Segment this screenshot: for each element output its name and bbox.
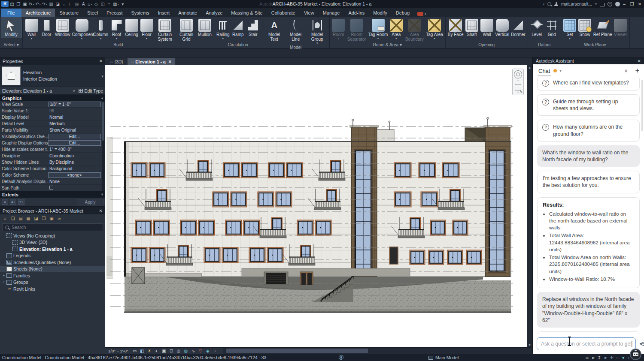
selection-icon[interactable]: ❏ <box>10 216 16 221</box>
expand-section-icon[interactable]: ▾ <box>101 193 103 196</box>
property-value[interactable]: 1/8" = 1'-0" <box>48 102 101 107</box>
prompt-card[interactable]: ?Where can I find view templates? <box>537 75 640 90</box>
ribbon-tab-add-ins[interactable]: Add-Ins <box>344 9 369 17</box>
prompt-card[interactable]: ?How many columns are on the ground floo… <box>537 120 640 141</box>
detail-level-icon[interactable]: ▭ <box>131 349 138 353</box>
level-button[interactable]: Level <box>529 18 544 38</box>
crop-view-icon[interactable]: ▣ <box>160 349 167 353</box>
sort-asc-icon[interactable]: A↓ <box>10 199 16 205</box>
ramp-button[interactable]: Ramp <box>231 18 246 38</box>
drag-elements-icon[interactable]: ✛ <box>610 355 613 360</box>
scroll-thumb[interactable] <box>226 349 368 353</box>
property-value[interactable]: <none> <box>48 172 101 178</box>
grid-button[interactable]: Grid <box>544 18 559 38</box>
shadows-icon[interactable]: ◐ <box>153 349 160 353</box>
save-icon[interactable]: ▣ <box>22 1 28 7</box>
assistant-input[interactable]: Ask a question or select a prompt to get <box>537 337 636 350</box>
drawing-viewport[interactable]: ▾ ▾ ▲ ▼ <box>105 65 532 347</box>
instance-caret-icon[interactable]: ∨ <box>73 89 76 93</box>
tree-item-sheets-none-[interactable]: Sheets (None) <box>0 266 105 273</box>
switch-windows-icon[interactable]: ▦▾ <box>112 1 119 7</box>
view-scale-control[interactable]: 1/8" = 1'-0" <box>105 349 131 353</box>
ribbon-tab-modify[interactable]: Modify <box>369 9 391 17</box>
view-tab--3d-[interactable]: ⌂{3D} <box>106 58 127 65</box>
tree-item-3d-view-3d-[interactable]: 3D View: {3D} <box>0 239 105 246</box>
dashed-circle-icon[interactable]: ◌ <box>616 355 619 360</box>
property-value[interactable]: Medium <box>48 121 101 126</box>
tree-item-elevation-elevation-1-a[interactable]: Elevation: Elevation 1 - a <box>0 246 105 253</box>
analytical-model-icon[interactable]: ∿ <box>189 349 197 353</box>
new-icon[interactable]: ▤ <box>9 1 15 7</box>
crop-region-icon[interactable]: ⊡ <box>167 349 175 353</box>
property-value[interactable]: 1" = 400'-0" <box>48 147 101 152</box>
vertical-scrollbar[interactable]: ▲ ▼ <box>527 65 532 347</box>
section-graphics[interactable]: Graphics▴ <box>0 95 105 101</box>
property-row-default-analysis-displa-[interactable]: Default Analysis Displa...None <box>0 178 105 185</box>
schedule-small-icon[interactable]: ▦ <box>25 216 31 221</box>
assistant-scrollbar[interactable] <box>641 80 643 131</box>
roof-button[interactable]: Roof▾ <box>109 18 124 40</box>
reveal-constraints-icon[interactable]: ▽ <box>197 349 204 353</box>
default-3d-view-icon[interactable]: ⌂▾ <box>87 1 93 7</box>
collapse-icon[interactable]: ‹ <box>211 349 219 353</box>
column-button[interactable]: Column▾ <box>93 18 109 40</box>
wall-button[interactable]: Wall <box>479 18 494 38</box>
family-small-icon[interactable]: ❐ <box>41 216 47 221</box>
revit-logo-icon[interactable]: R <box>1 1 9 7</box>
property-row-display-model[interactable]: Display ModelNormal <box>0 114 105 120</box>
collapse-icon[interactable]: ‹ <box>628 355 629 360</box>
dormer-button[interactable]: Dormer <box>510 18 526 38</box>
property-value[interactable]: Background <box>48 166 101 171</box>
steering-wheel-caret-icon[interactable]: ▾ <box>517 79 519 81</box>
property-value[interactable]: Edit... <box>48 140 101 146</box>
edit-type-button[interactable]: Edit Type <box>79 88 103 93</box>
zoom-region-icon[interactable] <box>515 84 521 90</box>
window-button[interactable]: Window <box>54 18 71 38</box>
vertical-button[interactable]: Vertical <box>494 18 510 38</box>
sparkle-icon[interactable]: ✧ <box>624 68 629 74</box>
signed-in-user[interactable]: matt.arsenault... <box>561 2 592 6</box>
properties-scrollbar[interactable] <box>102 101 105 191</box>
tag-icon[interactable]: ◎ <box>74 1 80 7</box>
print-icon[interactable]: ▥ <box>48 1 54 7</box>
sun-path-icon[interactable]: ☀ <box>146 349 153 353</box>
tree-item-legends[interactable]: Legends <box>0 253 105 259</box>
chat-menu-caret-icon[interactable]: ▾ <box>559 69 561 73</box>
property-row-show-hidden-lines[interactable]: Show Hidden LinesBy Discipline <box>0 159 105 165</box>
property-row-visibility-graphics-ove-[interactable]: Visibility/Graphics Ove...Edit... <box>0 133 105 140</box>
select-links-icon[interactable]: ➤ <box>591 355 595 360</box>
filter-icon[interactable]: ▼ <box>621 355 626 360</box>
transfer-icon[interactable]: ◪ <box>55 1 61 7</box>
steering-wheel-2d-icon[interactable] <box>514 70 522 78</box>
project-browser-close-icon[interactable]: ✕ <box>99 208 103 213</box>
properties-header[interactable]: Properties ✕ <box>0 57 105 65</box>
shaft-button[interactable]: Shaft <box>464 18 479 38</box>
tag-room-button[interactable]: Tag Room▾ <box>368 18 389 40</box>
tree-item-views-no-grouping-[interactable]: -Views (No Grouping) <box>0 232 105 239</box>
editable-only-icon[interactable]: ∞ <box>586 355 589 360</box>
ribbon-tab-architecture[interactable]: Architecture <box>21 9 55 17</box>
property-value[interactable]: Edit... <box>48 134 101 139</box>
thin-lines-icon[interactable]: ≡ <box>106 1 112 7</box>
search-icon[interactable] <box>547 2 551 6</box>
door-button[interactable]: Door <box>39 18 54 38</box>
wall-button[interactable]: Wall▾ <box>24 18 39 40</box>
curtain-grid-button[interactable]: Curtain Grid <box>176 18 197 42</box>
set-button[interactable]: Set▾ <box>562 18 577 40</box>
ribbon-tab-precast[interactable]: Precast <box>102 9 127 17</box>
property-value[interactable] <box>48 186 101 190</box>
property-value[interactable]: Normal <box>48 115 101 120</box>
link-small-icon[interactable]: ∞ <box>56 216 62 221</box>
scroll-down-icon[interactable]: ▼ <box>528 343 532 347</box>
ribbon-tab-file[interactable]: File <box>1 9 21 17</box>
close-button[interactable]: ✕ <box>636 2 643 6</box>
view-tab-elevation-1-a[interactable]: ⌂Elevation 1 - a✕ <box>128 58 176 65</box>
ribbon-tab-analyze[interactable]: Analyze <box>201 9 227 17</box>
railing-button[interactable]: Railing▾ <box>216 18 231 40</box>
ribbon-tab-structure[interactable]: Structure <box>55 9 83 17</box>
property-row-sun-path[interactable]: Sun Path <box>0 185 105 191</box>
property-row-parts-visibility[interactable]: Parts VisibilityShow Original <box>0 127 105 133</box>
section-extents[interactable]: Extents▾ <box>0 191 105 198</box>
modify-button[interactable]: Modify <box>1 18 21 38</box>
ribbon-tab-view[interactable]: View <box>300 9 319 17</box>
